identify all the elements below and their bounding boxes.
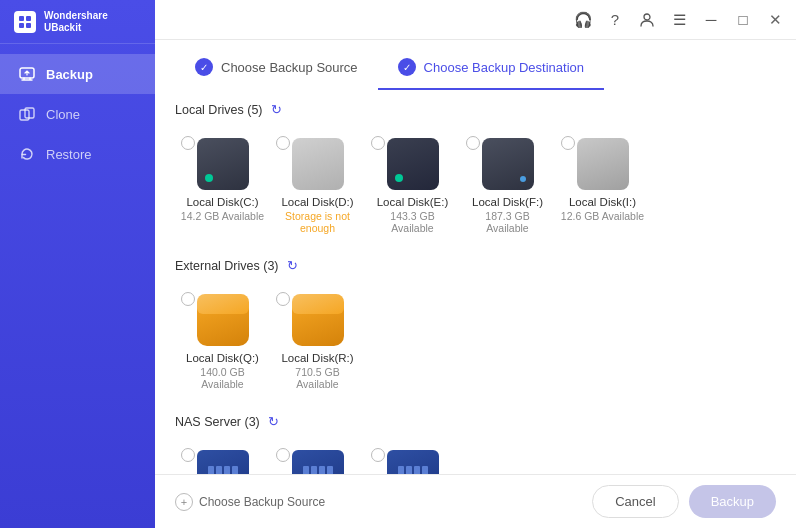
external-drives-refresh-icon[interactable]: ↻	[287, 258, 303, 274]
svg-rect-2	[19, 23, 24, 28]
svg-rect-0	[19, 16, 24, 21]
drive-f-size: 187.3 GB Available	[464, 210, 551, 234]
drive-c-name: Local Disk(C:)	[186, 196, 258, 208]
drive-z[interactable]: home(Z:)	[365, 442, 460, 474]
drive-d-size: Storage is not enough	[274, 210, 361, 234]
local-drives-title: Local Drives (5) ↻	[175, 102, 776, 118]
steps-header: ✓ Choose Backup Source ✓ Choose Backup D…	[155, 40, 796, 90]
drive-i-radio[interactable]	[561, 136, 575, 150]
backup-icon	[18, 65, 36, 83]
titlebar: 🎧 ? ☰ ─ □ ✕	[155, 0, 796, 40]
drive-d-name: Local Disk(D:)	[281, 196, 353, 208]
drive-d[interactable]: Local Disk(D:) Storage is not enough	[270, 130, 365, 242]
content-area: Local Drives (5) ↻ Local Disk(C:) 14.2 G…	[155, 90, 796, 474]
drive-f[interactable]: Local Disk(F:) 187.3 GB Available	[460, 130, 555, 242]
restore-icon	[18, 145, 36, 163]
step-destination-label: Choose Backup Destination	[424, 60, 584, 75]
drive-i-icon	[577, 138, 629, 190]
user-icon[interactable]	[638, 11, 656, 29]
step-source-label: Choose Backup Source	[221, 60, 358, 75]
step-source[interactable]: ✓ Choose Backup Source	[175, 50, 378, 90]
sidebar-restore-label: Restore	[46, 147, 92, 162]
svg-rect-1	[26, 16, 31, 21]
local-drives-grid: Local Disk(C:) 14.2 GB Available Local D…	[175, 130, 776, 242]
maximize-icon[interactable]: □	[734, 11, 752, 29]
menu-icon[interactable]: ☰	[670, 11, 688, 29]
external-drives-title: External Drives (3) ↻	[175, 258, 776, 274]
drive-d-radio[interactable]	[276, 136, 290, 150]
drive-c-icon	[197, 138, 249, 190]
cancel-button[interactable]: Cancel	[592, 485, 678, 518]
nas-drives-grid: homes(X:) video(Y:)	[175, 442, 776, 474]
sidebar-item-restore[interactable]: Restore	[0, 134, 155, 174]
drive-x-radio[interactable]	[181, 448, 195, 462]
drive-e[interactable]: Local Disk(E:) 143.3 GB Available	[365, 130, 460, 242]
drive-y-icon	[292, 450, 344, 474]
footer-buttons: Cancel Backup	[592, 485, 776, 518]
backup-button[interactable]: Backup	[689, 485, 776, 518]
drive-y[interactable]: video(Y:)	[270, 442, 365, 474]
drive-r-name: Local Disk(R:)	[281, 352, 353, 364]
logo-icon	[14, 11, 36, 33]
drive-z-radio[interactable]	[371, 448, 385, 462]
drive-x[interactable]: homes(X:)	[175, 442, 270, 474]
drive-r[interactable]: Local Disk(R:) 710.5 GB Available	[270, 286, 365, 398]
drive-r-radio[interactable]	[276, 292, 290, 306]
svg-rect-3	[26, 23, 31, 28]
sidebar-item-backup[interactable]: Backup	[0, 54, 155, 94]
drive-f-icon	[482, 138, 534, 190]
nas-server-refresh-icon[interactable]: ↻	[268, 414, 284, 430]
app-name: Wondershare UBackit	[44, 10, 108, 34]
drive-e-icon	[387, 138, 439, 190]
drive-r-icon	[292, 294, 344, 346]
drive-e-radio[interactable]	[371, 136, 385, 150]
drive-f-radio[interactable]	[466, 136, 480, 150]
sidebar-clone-label: Clone	[46, 107, 80, 122]
drive-i-name: Local Disk(I:)	[569, 196, 636, 208]
step-destination[interactable]: ✓ Choose Backup Destination	[378, 50, 604, 90]
local-drives-refresh-icon[interactable]: ↻	[271, 102, 287, 118]
drive-r-size: 710.5 GB Available	[274, 366, 361, 390]
step-source-check: ✓	[195, 58, 213, 76]
drive-c-radio[interactable]	[181, 136, 195, 150]
drive-i[interactable]: Local Disk(I:) 12.6 GB Available	[555, 130, 650, 242]
drive-y-radio[interactable]	[276, 448, 290, 462]
footer-source-label: Choose Backup Source	[199, 495, 325, 509]
drive-e-name: Local Disk(E:)	[377, 196, 449, 208]
close-icon[interactable]: ✕	[766, 11, 784, 29]
step-destination-check: ✓	[398, 58, 416, 76]
footer-source-icon: +	[175, 493, 193, 511]
nas-server-title: NAS Server (3) ↻	[175, 414, 776, 430]
drive-z-icon	[387, 450, 439, 474]
minimize-icon[interactable]: ─	[702, 11, 720, 29]
external-drives-section: External Drives (3) ↻ Local Disk(Q:) 140…	[175, 258, 776, 398]
drive-q-size: 140.0 GB Available	[179, 366, 266, 390]
drive-q-icon	[197, 294, 249, 346]
clone-icon	[18, 105, 36, 123]
svg-point-7	[644, 14, 650, 20]
drive-d-icon	[292, 138, 344, 190]
headset-icon[interactable]: 🎧	[574, 11, 592, 29]
drive-q-name: Local Disk(Q:)	[186, 352, 259, 364]
nas-server-section: NAS Server (3) ↻ homes(X:)	[175, 414, 776, 474]
local-drives-section: Local Drives (5) ↻ Local Disk(C:) 14.2 G…	[175, 102, 776, 242]
question-icon[interactable]: ?	[606, 11, 624, 29]
drive-i-size: 12.6 GB Available	[561, 210, 644, 222]
sidebar-nav: Backup Clone Restore	[0, 44, 155, 528]
app-logo: Wondershare UBackit	[0, 0, 155, 44]
drive-c[interactable]: Local Disk(C:) 14.2 GB Available	[175, 130, 270, 242]
drive-q-radio[interactable]	[181, 292, 195, 306]
external-drives-grid: Local Disk(Q:) 140.0 GB Available Local …	[175, 286, 776, 398]
sidebar-item-clone[interactable]: Clone	[0, 94, 155, 134]
drive-c-size: 14.2 GB Available	[181, 210, 264, 222]
sidebar-backup-label: Backup	[46, 67, 93, 82]
drive-q[interactable]: Local Disk(Q:) 140.0 GB Available	[175, 286, 270, 398]
footer: + Choose Backup Source Cancel Backup	[155, 474, 796, 528]
drive-e-size: 143.3 GB Available	[369, 210, 456, 234]
footer-source: + Choose Backup Source	[175, 493, 325, 511]
main-panel: 🎧 ? ☰ ─ □ ✕ ✓ Choose Backup Source ✓ Cho…	[155, 0, 796, 528]
sidebar: Wondershare UBackit Backup Clone Restore	[0, 0, 155, 528]
drive-f-name: Local Disk(F:)	[472, 196, 543, 208]
drive-x-icon	[197, 450, 249, 474]
